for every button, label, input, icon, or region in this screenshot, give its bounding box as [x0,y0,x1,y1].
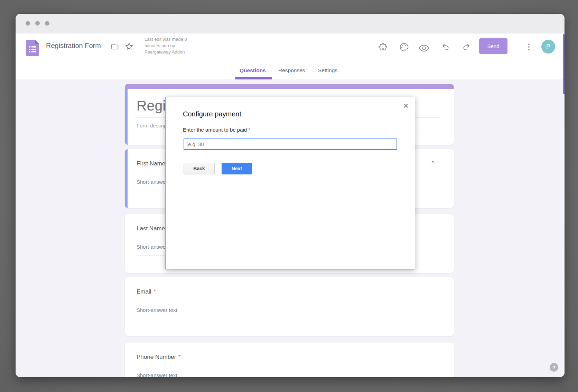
required-asterisk: * [431,160,434,166]
text-caret [187,141,187,147]
window-minimize-dot[interactable] [35,21,40,26]
document-title[interactable]: Registration Form [46,41,101,50]
window-titlebar [16,14,565,34]
window-maximize-dot[interactable] [45,21,49,26]
next-button[interactable]: Next [222,163,252,174]
desktop-background: Registration Form Last edit was made 8 m… [0,0,578,392]
close-icon[interactable]: ✕ [403,102,409,110]
dialog-title: Configure payment [183,110,241,118]
question-title[interactable]: Email* [137,288,156,295]
configure-payment-dialog: ✕ Configure payment Enter the amount to … [165,97,415,269]
form-header-banner [125,84,454,89]
last-edit-note[interactable]: Last edit was made 8 minutes ago by Peer… [144,36,192,56]
short-answer-placeholder[interactable]: Short-answer text [137,307,177,313]
active-tab-indicator [235,77,272,79]
google-forms-logo-icon [26,40,39,57]
back-button[interactable]: Back [184,163,215,174]
theme-palette-icon[interactable] [399,42,409,52]
move-folder-icon[interactable] [110,41,120,52]
star-icon[interactable] [124,41,134,51]
tab-settings[interactable]: Settings [318,67,337,74]
required-asterisk: * [248,127,250,133]
amount-field-label: Enter the amount to be paid* [183,127,250,133]
required-asterisk: * [154,289,156,295]
addons-puzzle-icon[interactable] [378,42,388,52]
help-icon[interactable]: ? [550,363,558,372]
short-answer-placeholder[interactable]: Short-answer text [137,372,177,377]
forms-header: Registration Form Last edit was made 8 m… [16,34,565,79]
avatar[interactable]: P [541,40,555,54]
redo-icon[interactable] [462,42,472,52]
question-title[interactable]: Phone Number* [137,354,181,361]
question-card-email[interactable]: Email* Short-answer text [125,277,454,336]
kebab-menu-icon[interactable] [525,42,533,52]
scrollbar-thumb[interactable] [563,34,565,94]
browser-window: Registration Form Last edit was made 8 m… [16,14,565,377]
send-button[interactable]: Send [479,38,507,54]
preview-eye-icon[interactable] [419,43,429,53]
window-close-dot[interactable] [26,21,30,26]
amount-input[interactable] [184,138,397,150]
undo-icon[interactable] [440,42,450,52]
scrollbar-track [563,34,565,377]
question-card-phone-number[interactable]: Phone Number* Short-answer text [125,343,454,377]
answer-underline [137,319,292,319]
tab-responses[interactable]: Responses [278,67,305,74]
tab-questions[interactable]: Questions [240,67,266,74]
question-title[interactable]: First Name* [137,160,170,167]
question-title[interactable]: Last Name* [137,225,169,232]
required-asterisk: * [178,354,180,360]
